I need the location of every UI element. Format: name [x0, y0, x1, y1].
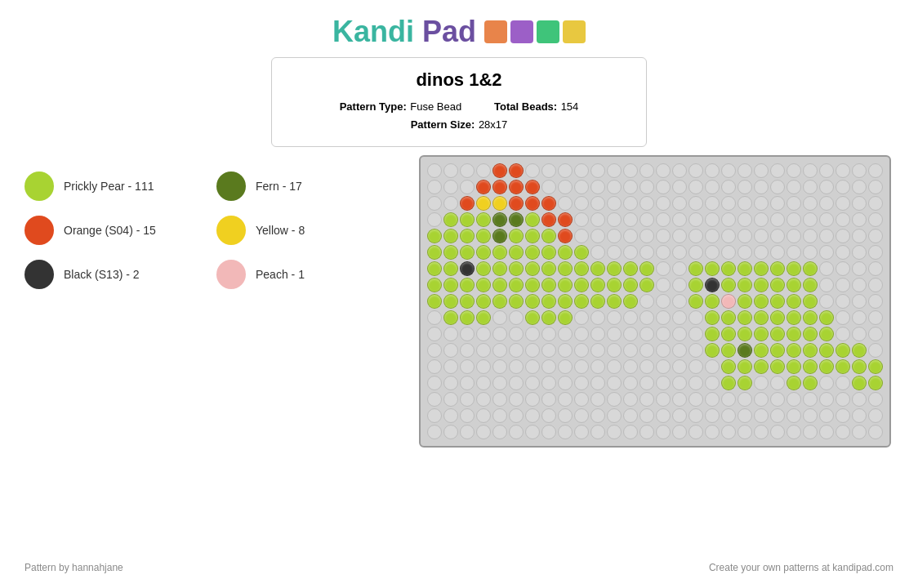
bead — [852, 376, 867, 390]
bead — [623, 245, 638, 260]
bead — [705, 310, 720, 325]
bead — [509, 212, 524, 227]
bead — [656, 343, 671, 358]
bead — [738, 310, 752, 325]
color-swatch-orange — [25, 216, 54, 245]
bead — [427, 196, 442, 211]
bead — [705, 376, 720, 390]
bead — [509, 294, 524, 309]
bead — [754, 359, 769, 374]
bead — [525, 425, 540, 439]
bead — [525, 245, 540, 260]
bead — [836, 163, 850, 178]
bead — [868, 392, 883, 407]
bead — [803, 310, 818, 325]
bead — [492, 327, 507, 341]
bead — [427, 294, 442, 309]
bead — [541, 343, 556, 358]
bead — [427, 245, 442, 260]
bead — [705, 196, 720, 211]
bead — [492, 245, 507, 260]
bead — [476, 359, 491, 374]
bead — [639, 294, 654, 309]
cube-green — [537, 20, 559, 43]
bead — [558, 180, 573, 194]
bead — [852, 408, 867, 423]
bead — [443, 245, 458, 260]
bead — [770, 261, 785, 276]
bead — [623, 343, 638, 358]
bead — [787, 261, 801, 276]
cube-orange — [484, 20, 507, 43]
bead — [639, 261, 654, 276]
bead — [819, 392, 834, 407]
bead — [525, 376, 540, 390]
bead — [754, 392, 769, 407]
bead — [443, 180, 458, 194]
bead — [590, 408, 605, 423]
bead — [672, 425, 687, 439]
bead — [672, 180, 687, 194]
bead — [509, 163, 524, 178]
bead — [803, 261, 818, 276]
logo-icons — [484, 20, 586, 43]
bead — [443, 359, 458, 374]
bead — [460, 425, 475, 439]
bead — [803, 294, 818, 309]
bead — [868, 425, 883, 439]
bead — [705, 261, 720, 276]
bead — [427, 425, 442, 439]
bead — [770, 425, 785, 439]
bead — [639, 212, 654, 227]
bead — [868, 359, 883, 374]
bead — [754, 327, 769, 341]
bead — [672, 392, 687, 407]
bead — [787, 343, 801, 358]
beads-info: Total Beads: 154 — [494, 99, 578, 114]
bead — [460, 310, 475, 325]
bead — [787, 278, 801, 292]
bead — [607, 196, 622, 211]
bead — [656, 261, 671, 276]
bead — [476, 392, 491, 407]
bead — [607, 180, 622, 194]
info-row-size: Pattern Size: 28x17 — [288, 117, 630, 131]
legend-item-fern: Fern - 17 — [216, 172, 400, 201]
bead — [852, 196, 867, 211]
bead — [623, 359, 638, 374]
bead — [460, 408, 475, 423]
bead — [787, 327, 801, 341]
bead — [656, 278, 671, 292]
bead — [721, 245, 736, 260]
bead — [509, 245, 524, 260]
bead — [770, 163, 785, 178]
bead — [770, 376, 785, 390]
bead — [590, 180, 605, 194]
bead — [558, 343, 573, 358]
bead — [476, 196, 491, 211]
bead — [476, 180, 491, 194]
bead — [460, 180, 475, 194]
bead — [460, 196, 475, 211]
bead — [607, 408, 622, 423]
bead — [688, 180, 703, 194]
bead — [427, 408, 442, 423]
bead — [476, 261, 491, 276]
size-value: 28x17 — [479, 118, 507, 131]
bead — [819, 278, 834, 292]
bead — [492, 163, 507, 178]
bead — [574, 376, 589, 390]
bead — [574, 196, 589, 211]
bead — [705, 392, 720, 407]
bead — [754, 376, 769, 390]
bead — [443, 376, 458, 390]
bead — [639, 327, 654, 341]
bead — [427, 229, 442, 243]
bead — [492, 212, 507, 227]
bead — [738, 261, 752, 276]
bead — [836, 425, 850, 439]
bead — [590, 376, 605, 390]
bead — [427, 376, 442, 390]
bead — [574, 212, 589, 227]
bead — [590, 229, 605, 243]
